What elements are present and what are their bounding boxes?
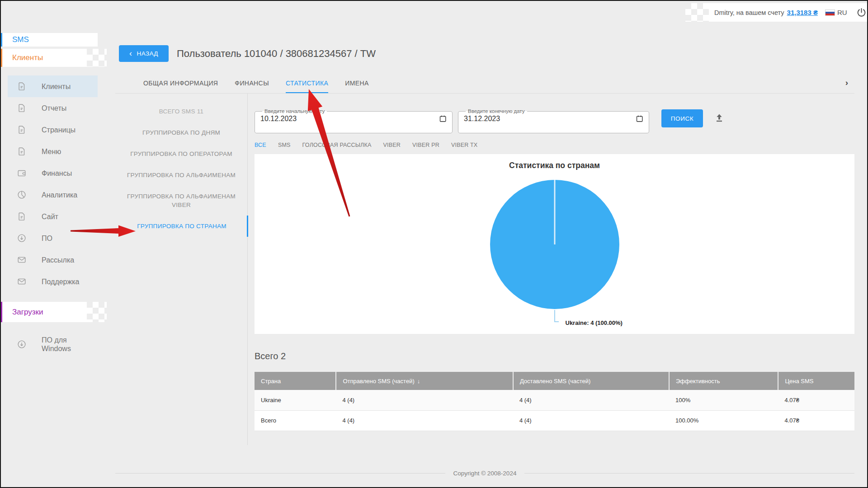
tab-statistics[interactable]: СТАТИСТИКА <box>286 74 328 93</box>
table-header-row: Страна Отправлено SMS (частей)↓ Доставле… <box>255 372 854 390</box>
sidebar-section-clients[interactable]: Клиенты <box>0 49 87 67</box>
sidebar: SMS Клиенты Клиенты Отчеты Страницы Меню… <box>0 0 108 488</box>
table-row-total: Всего 4 (4) 4 (4) 100.00% 4.07₴ <box>255 410 854 431</box>
statistics-subnav: ВСЕГО SMS 11 ГРУППИРОВКА ПО ДНЯМ ГРУППИР… <box>115 94 248 445</box>
sidebar-item-clients[interactable]: Клиенты <box>8 75 98 97</box>
pixel-decoration <box>87 302 107 322</box>
sidebar-item-pages[interactable]: Страницы <box>8 119 98 141</box>
sidebar-item-software[interactable]: ПО <box>8 227 98 249</box>
end-date-field[interactable]: Введите конечную дату 31.12.2023 <box>458 108 649 133</box>
date-filter-row: Введите начальную дату 10.12.2023 Введит… <box>255 108 854 133</box>
main-content: ‹ НАЗАД Пользователь 101040 / 3806812345… <box>115 0 854 477</box>
col-sent[interactable]: Отправлено SMS (частей)↓ <box>336 372 513 390</box>
sidebar-section-downloads[interactable]: Загрузки <box>0 302 87 322</box>
col-delivered[interactable]: Доставлено SMS (частей) <box>513 372 669 390</box>
sidebar-item-label: Сайт <box>42 212 58 221</box>
pie-chart[interactable] <box>480 170 629 326</box>
sidebar-section-sms-label: SMS <box>12 35 29 44</box>
sidebar-section-sms[interactable]: SMS <box>0 33 98 47</box>
sidebar-section-downloads-label: Загрузки <box>12 308 43 317</box>
chevron-right-icon[interactable]: › <box>845 78 848 88</box>
sidebar-item-label: Поддержка <box>42 277 79 286</box>
subnav-group-by-days[interactable]: ГРУППИРОВКА ПО ДНЯМ <box>115 122 247 143</box>
start-date-label: Введите начальную дату <box>262 108 327 114</box>
cell-sent: 4 (4) <box>336 410 513 431</box>
sidebar-item-label: Страницы <box>42 126 75 134</box>
sort-desc-icon: ↓ <box>417 378 420 385</box>
tab-general-info[interactable]: ОБЩАЯ ИНФОРМАЦИЯ <box>143 74 218 93</box>
statistics-panel: Введите начальную дату 10.12.2023 Введит… <box>248 94 854 445</box>
channel-viber[interactable]: VIBER <box>383 142 401 148</box>
user-account-bar: Dmitry, на вашем счету 31,3183 ₴ RU <box>709 3 868 22</box>
sidebar-item-analytics[interactable]: Аналитика <box>8 184 98 206</box>
balance-link[interactable]: 31,3183 ₴ <box>787 9 818 16</box>
start-date-field[interactable]: Введите начальную дату 10.12.2023 <box>255 108 453 133</box>
channel-voice[interactable]: ГОЛОСОВАЯ РАССЫЛКА <box>302 142 372 148</box>
language-label[interactable]: RU <box>837 9 847 16</box>
cell-efficiency: 100% <box>669 390 778 410</box>
cell-country: Всего <box>255 410 336 431</box>
sidebar-item-mailing[interactable]: Рассылка <box>8 249 98 271</box>
subnav-group-by-alphanames[interactable]: ГРУППИРОВКА ПО АЛЬФАИМЕНАМ <box>115 164 247 186</box>
statistics-content: ВСЕГО SMS 11 ГРУППИРОВКА ПО ДНЯМ ГРУППИР… <box>115 94 854 445</box>
document-icon <box>17 211 27 221</box>
channel-viber-tx[interactable]: VIBER TX <box>451 142 477 148</box>
back-button[interactable]: ‹ НАЗАД <box>119 45 169 62</box>
sidebar-item-menu[interactable]: Меню <box>8 141 98 162</box>
pixel-decoration <box>87 49 107 67</box>
sidebar-item-label: ПО <box>42 234 52 243</box>
cell-efficiency: 100.00% <box>669 410 778 431</box>
sidebar-section-clients-label: Клиенты <box>12 53 43 62</box>
envelope-icon <box>17 255 27 265</box>
cell-price: 4.07₴ <box>778 390 854 410</box>
sidebar-menu: Клиенты Отчеты Страницы Меню Финансы Ана… <box>0 75 108 292</box>
envelope-icon <box>17 277 27 286</box>
channel-viber-pr[interactable]: VIBER PR <box>412 142 439 148</box>
document-icon <box>17 125 27 135</box>
sidebar-item-label: Меню <box>42 147 61 156</box>
sidebar-item-support[interactable]: Поддержка <box>8 271 98 292</box>
back-button-label: НАЗАД <box>137 50 158 57</box>
footer: Copyright © 2008-2024 <box>115 470 854 477</box>
channel-filter-tabs: ВСЕ SMS ГОЛОСОВАЯ РАССЫЛКА VIBER VIBER P… <box>255 142 854 148</box>
cell-country: Ukraine <box>255 390 336 410</box>
chevron-left-icon: ‹ <box>129 49 132 57</box>
search-button[interactable]: ПОИСК <box>661 109 703 127</box>
col-efficiency[interactable]: Эффективность <box>669 372 778 390</box>
countries-chart-card: Статистика по странам Ukraine: 4 (100.00… <box>255 154 854 334</box>
sidebar-item-label: Финансы <box>42 169 72 178</box>
page-title: Пользователь 101040 / 380681234567 / TW <box>177 48 376 60</box>
document-icon <box>17 103 27 113</box>
sidebar-item-reports[interactable]: Отчеты <box>8 97 98 119</box>
pie-slice-label: Ukraine: 4 (100.00%) <box>566 319 623 326</box>
tab-names[interactable]: ИМЕНА <box>345 74 369 93</box>
copyright-text: Copyright © 2008-2024 <box>445 470 525 477</box>
pie-chart-icon <box>17 190 27 200</box>
subnav-group-by-countries[interactable]: ГРУППИРОВКА ПО СТРАНАМ <box>115 216 248 237</box>
subnav-group-by-operators[interactable]: ГРУППИРОВКА ПО ОПЕРАТОРАМ <box>115 143 247 164</box>
tab-finance[interactable]: ФИНАНСЫ <box>235 74 269 93</box>
calendar-icon[interactable] <box>439 114 447 123</box>
power-icon[interactable] <box>856 7 867 18</box>
col-price[interactable]: Цена SMS <box>778 372 854 390</box>
cell-price: 4.07₴ <box>778 410 854 431</box>
subnav-group-by-alphanames-viber[interactable]: ГРУППИРОВКА ПО АЛЬФАИМЕНАМ VIBER <box>115 186 247 216</box>
wallet-icon <box>17 168 27 178</box>
sidebar-item-label: Рассылка <box>42 256 74 264</box>
start-date-value[interactable]: 10.12.2023 <box>260 115 297 123</box>
calendar-icon[interactable] <box>636 114 643 123</box>
sidebar-item-label: Отчеты <box>42 104 66 113</box>
sidebar-item-finance[interactable]: Финансы <box>8 162 98 184</box>
title-row: ‹ НАЗАД Пользователь 101040 / 3806812345… <box>115 45 854 62</box>
channel-all[interactable]: ВСЕ <box>255 142 266 148</box>
user-greeting: Dmitry, на вашем счету <box>714 9 784 16</box>
col-country[interactable]: Страна <box>255 372 336 390</box>
col-sent-label: Отправлено SMS (частей) <box>343 378 414 385</box>
upload-icon[interactable] <box>714 113 725 123</box>
end-date-value[interactable]: 31.12.2023 <box>464 115 500 123</box>
channel-sms[interactable]: SMS <box>278 142 291 148</box>
sidebar-item-windows-software[interactable]: ПО для Windows <box>8 333 98 355</box>
document-icon <box>17 146 27 156</box>
end-date-label: Введите конечную дату <box>466 108 527 114</box>
sidebar-item-site[interactable]: Сайт <box>8 206 98 227</box>
